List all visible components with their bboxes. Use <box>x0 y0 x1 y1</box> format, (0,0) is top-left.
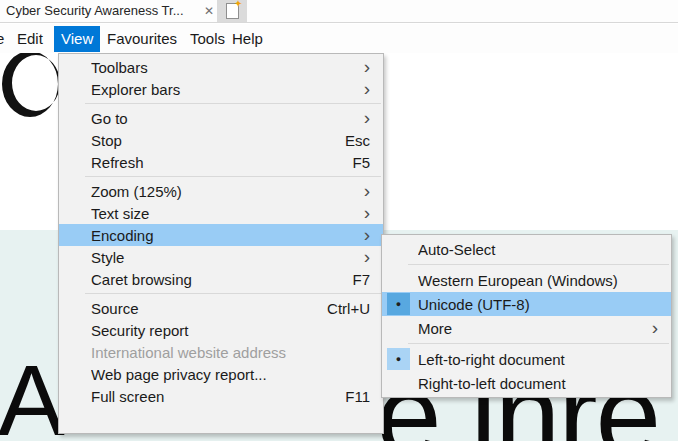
menu-item-label: Style <box>91 249 364 266</box>
submenu-arrow-icon: › <box>364 57 370 76</box>
menu-item-international-website-address: International website address <box>59 341 383 363</box>
menu-item-source[interactable]: Source Ctrl+U <box>59 297 383 319</box>
menu-item-shortcut: F11 <box>345 388 370 405</box>
menu-item-encoding[interactable]: Encoding › <box>59 224 383 246</box>
submenu-arrow-icon: › <box>364 79 370 98</box>
menu-item-full-screen[interactable]: Full screen F11 <box>59 385 383 407</box>
new-tab-page-icon: ✦ <box>226 3 239 19</box>
encoding-submenu: Auto-Select Western European (Windows) ●… <box>381 234 672 398</box>
menu-item-security-report[interactable]: Security report <box>59 319 383 341</box>
menu-item-shortcut: Esc <box>345 132 370 149</box>
menubar-item-view[interactable]: View <box>54 26 100 52</box>
menu-bar: e Edit View Favourites Tools Help <box>0 24 678 53</box>
menubar-item-file-partial[interactable]: e <box>0 26 6 52</box>
menubar-item-help[interactable]: Help <box>225 26 270 52</box>
menu-item-label: Web page privacy report... <box>91 366 370 383</box>
menu-item-shortcut: Ctrl+U <box>327 300 370 317</box>
menu-item-refresh[interactable]: Refresh F5 <box>59 151 383 173</box>
menu-item-shortcut: F7 <box>352 271 370 288</box>
submenu-arrow-icon: › <box>364 225 370 244</box>
menu-item-label: Source <box>91 300 327 317</box>
menu-item-label: Auto-Select <box>418 241 658 258</box>
page-heading-left: A <box>0 350 65 441</box>
menu-item-label: More <box>418 320 652 337</box>
submenu-item-western-european[interactable]: Western European (Windows) <box>382 268 671 292</box>
menu-separator <box>85 176 381 177</box>
menu-item-label: Right-to-left document <box>418 375 658 392</box>
menu-item-shortcut: F5 <box>352 154 370 171</box>
submenu-arrow-icon: › <box>364 203 370 222</box>
tab-close-icon[interactable]: ✕ <box>202 0 216 22</box>
menu-item-label: Go to <box>91 110 364 127</box>
new-tab-star-icon: ✦ <box>234 0 242 9</box>
menu-item-label: Explorer bars <box>91 81 364 98</box>
submenu-item-unicode-utf-8[interactable]: ● Unicode (UTF-8) <box>382 292 671 316</box>
new-tab-button[interactable]: ✦ <box>217 0 247 22</box>
menu-item-label: International website address <box>91 344 370 361</box>
menu-item-go-to[interactable]: Go to › <box>59 107 383 129</box>
browser-window: A e inre Cyber Security Awareness Tr... … <box>0 0 678 441</box>
menu-item-label: Left-to-right document <box>418 351 658 368</box>
active-tab-title[interactable]: Cyber Security Awareness Tr... <box>6 0 184 22</box>
menu-item-label: Stop <box>91 132 345 149</box>
menu-separator <box>408 264 669 265</box>
menubar-item-edit[interactable]: Edit <box>10 26 50 52</box>
menubar-item-favourites[interactable]: Favourites <box>100 26 184 52</box>
menu-item-label: Unicode (UTF-8) <box>418 296 658 313</box>
menu-separator <box>85 103 381 104</box>
page-logo-crescent <box>1 50 61 120</box>
menu-separator <box>85 293 381 294</box>
submenu-arrow-icon: › <box>364 108 370 127</box>
menu-item-label: Western European (Windows) <box>418 272 658 289</box>
submenu-arrow-icon: › <box>364 181 370 200</box>
submenu-item-more[interactable]: More › <box>382 316 671 340</box>
menu-item-zoom[interactable]: Zoom (125%) › <box>59 180 383 202</box>
menu-item-explorer-bars[interactable]: Explorer bars › <box>59 78 383 100</box>
menu-item-caret-browsing[interactable]: Caret browsing F7 <box>59 268 383 290</box>
radio-selected-icon: ● <box>387 293 410 315</box>
menu-item-label: Encoding <box>91 227 364 244</box>
submenu-item-left-to-right-document[interactable]: ● Left-to-right document <box>382 347 671 371</box>
menu-item-web-page-privacy-report[interactable]: Web page privacy report... <box>59 363 383 385</box>
menu-item-style[interactable]: Style › <box>59 246 383 268</box>
submenu-item-right-to-left-document[interactable]: Right-to-left document <box>382 371 671 395</box>
menu-item-label: Text size <box>91 205 364 222</box>
view-menu-dropdown: Toolbars › Explorer bars › Go to › Stop … <box>58 53 384 434</box>
menu-item-label: Caret browsing <box>91 271 352 288</box>
menu-separator <box>408 343 669 344</box>
tab-bar: Cyber Security Awareness Tr... ✕ ✦ <box>0 0 678 23</box>
submenu-item-auto-select[interactable]: Auto-Select <box>382 237 671 261</box>
radio-selected-icon: ● <box>387 348 410 370</box>
menu-item-label: Security report <box>91 322 370 339</box>
menu-item-label: Toolbars <box>91 59 364 76</box>
menu-item-label: Zoom (125%) <box>91 183 364 200</box>
submenu-arrow-icon: › <box>652 318 658 337</box>
menu-item-label: Refresh <box>91 154 352 171</box>
menu-item-label: Full screen <box>91 388 345 405</box>
menu-item-toolbars[interactable]: Toolbars › <box>59 56 383 78</box>
menu-item-text-size[interactable]: Text size › <box>59 202 383 224</box>
menu-item-stop[interactable]: Stop Esc <box>59 129 383 151</box>
submenu-arrow-icon: › <box>364 247 370 266</box>
